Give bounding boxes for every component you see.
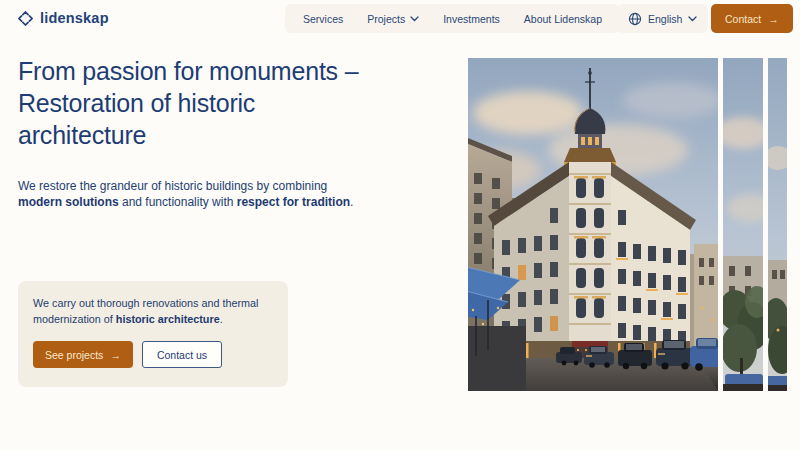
nav-item-services[interactable]: Services	[291, 4, 355, 33]
arrow-right-icon: →	[768, 13, 779, 25]
see-projects-button[interactable]: See projects →	[33, 341, 133, 368]
brand-logo[interactable]: lidenskap	[18, 10, 109, 26]
language-selector[interactable]: English	[617, 4, 708, 33]
header: lidenskap Services Projects Investments …	[0, 0, 800, 40]
language-label: English	[648, 13, 682, 25]
nav-item-projects[interactable]: Projects	[355, 4, 431, 33]
hero-photo-main	[468, 58, 718, 391]
globe-icon	[628, 12, 642, 26]
logo-mark-icon	[18, 11, 33, 26]
chevron-down-icon	[688, 16, 697, 22]
page-title: From passion for monuments – Restoration…	[18, 56, 390, 151]
contact-button[interactable]: Contact →	[711, 4, 793, 33]
arrow-right-icon: →	[110, 349, 121, 361]
brand-name: lidenskap	[40, 10, 109, 26]
main-nav: Services Projects Investments About Lide…	[285, 4, 620, 33]
hero-photo-peek-2	[768, 58, 787, 391]
cta-card: We carry out thorough renovations and th…	[18, 281, 288, 387]
contact-us-button[interactable]: Contact us	[142, 341, 222, 368]
hero-intro-text: We restore the grandeur of historic buil…	[18, 178, 374, 210]
hero-photo-peek-1	[723, 58, 763, 391]
nav-item-about[interactable]: About Lidenskap	[512, 4, 614, 33]
hero-carousel	[468, 58, 787, 391]
chevron-down-icon	[410, 16, 419, 22]
nav-item-investments[interactable]: Investments	[431, 4, 512, 33]
cta-card-text: We carry out thorough renovations and th…	[33, 295, 279, 327]
cta-buttons: See projects → Contact us	[33, 341, 274, 368]
